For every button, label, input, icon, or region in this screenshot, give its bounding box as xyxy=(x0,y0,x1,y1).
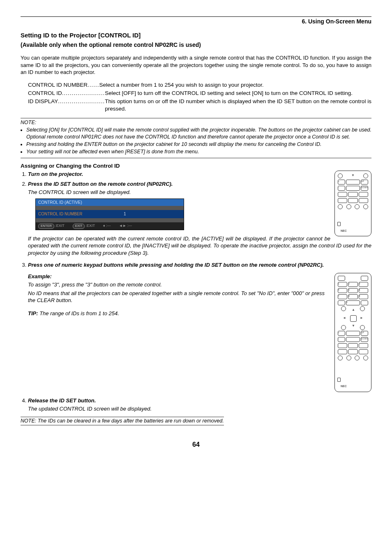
step-after: If the projector can be operated with th… xyxy=(28,235,371,257)
rule xyxy=(21,118,371,118)
step-title: Release the ID SET button. xyxy=(28,397,96,404)
osd-window: CONTROL ID (ACTIVE) CONTROL ID NUMBER 1 … xyxy=(35,199,184,230)
remote-diagram-small: ▼ +UP −DOWN NEC xyxy=(334,171,371,236)
step-item: Press the ID SET button on the remote co… xyxy=(28,180,371,257)
arrow-hint: ◄► :--- xyxy=(119,223,132,229)
tip-text: The range of IDs is from 1 to 254. xyxy=(38,310,119,316)
definition-row: CONTROL ID ...................... Select… xyxy=(28,90,371,97)
step-item: Press one of numeric keypad buttons whil… xyxy=(28,261,371,392)
step-item: Turn on the projector. xyxy=(28,171,371,178)
osd-row-value: 1 xyxy=(124,211,181,217)
def-label: ID DISPLAY xyxy=(28,98,58,113)
step-title: Press one of numeric keypad buttons whil… xyxy=(28,262,324,268)
def-desc: Select a number from 1 to 254 you wish t… xyxy=(99,81,371,89)
osd-row-label: CONTROL ID NUMBER xyxy=(38,211,124,217)
arrow-hint: ♦ :--- xyxy=(103,223,111,229)
lock-icon xyxy=(337,222,341,226)
osd-footer: ENTER:EXIT EXIT:EXIT ♦ :--- ◄► :--- xyxy=(36,222,184,230)
exit-icon: EXIT xyxy=(73,224,85,229)
example-line: To assign "3", press the "3" button on t… xyxy=(28,281,325,289)
osd-row: CONTROL ID NUMBER 1 xyxy=(36,210,184,218)
enter-text: :EXIT xyxy=(55,224,65,228)
def-label: CONTROL ID NUMBER xyxy=(28,81,88,89)
note-heading: NOTE: xyxy=(21,119,371,126)
definition-list: CONTROL ID NUMBER ...... Select a number… xyxy=(28,81,371,113)
def-dots: ...................... xyxy=(62,90,105,97)
remote-diagram-large: 123 456 789 0 ▲ ▼ ◄ ► +UP xyxy=(334,273,371,392)
top-rule xyxy=(21,16,371,17)
example-line: No ID means that all the projectors can … xyxy=(28,290,325,304)
enter-icon: ENTER xyxy=(38,224,54,229)
def-dots: ........................ xyxy=(58,98,105,113)
step-item: Release the ID SET button. The updated C… xyxy=(28,397,371,413)
def-dots: ...... xyxy=(88,81,99,89)
step-body: The updated CONTROL ID screen will be di… xyxy=(28,405,371,413)
chapter-heading: 6. Using On-Screen Menu xyxy=(21,18,371,25)
def-desc: Select [OFF] to turn off the CONTROL ID … xyxy=(105,90,371,97)
rule xyxy=(21,158,371,158)
note-item: Pressing and holding the ENTER button on… xyxy=(26,141,371,148)
page-subtitle: (Available only when the optional remote… xyxy=(21,41,371,49)
step-title: Press the ID SET button on the remote co… xyxy=(28,181,173,187)
def-desc: This option turns on or off the ID numbe… xyxy=(105,98,371,113)
remote-logo: NEC xyxy=(341,384,347,388)
step-title: Turn on the projector. xyxy=(28,171,83,177)
definition-row: ID DISPLAY ........................ This… xyxy=(28,98,371,113)
note-list: Selecting [ON] for [CONTROL ID] will mak… xyxy=(21,127,371,155)
example-label: Example: xyxy=(28,273,325,280)
def-label: CONTROL ID xyxy=(28,90,62,97)
note-item: Your setting will not be affected even w… xyxy=(26,148,371,155)
osd-title: CONTROL ID (ACTIVE) xyxy=(36,199,184,206)
remote-logo: NEC xyxy=(341,229,347,233)
tip-label: TIP: xyxy=(28,310,38,316)
steps-list: Turn on the projector. Press the ID SET … xyxy=(21,171,371,413)
dpad: ▲ ▼ ◄ ► xyxy=(342,307,364,329)
page-title: Setting ID to the Projector [CONTROL ID] xyxy=(21,31,371,39)
procedure-heading: Assigning or Changing the Control ID xyxy=(21,162,371,170)
intro-paragraph: You can operate multiple projectors sepa… xyxy=(21,54,371,76)
note-line: NOTE: The IDs can be cleared in a few da… xyxy=(21,417,224,425)
page-number: 64 xyxy=(21,440,371,449)
definition-row: CONTROL ID NUMBER ...... Select a number… xyxy=(28,81,371,89)
note-item: Selecting [ON] for [CONTROL ID] will mak… xyxy=(26,127,371,141)
step-body: The CONTROL ID screen will be displayed. xyxy=(28,189,371,196)
note-block: NOTE: Selecting [ON] for [CONTROL ID] wi… xyxy=(21,119,371,155)
lock-icon xyxy=(337,378,341,382)
exit-text: :EXIT xyxy=(85,224,95,228)
